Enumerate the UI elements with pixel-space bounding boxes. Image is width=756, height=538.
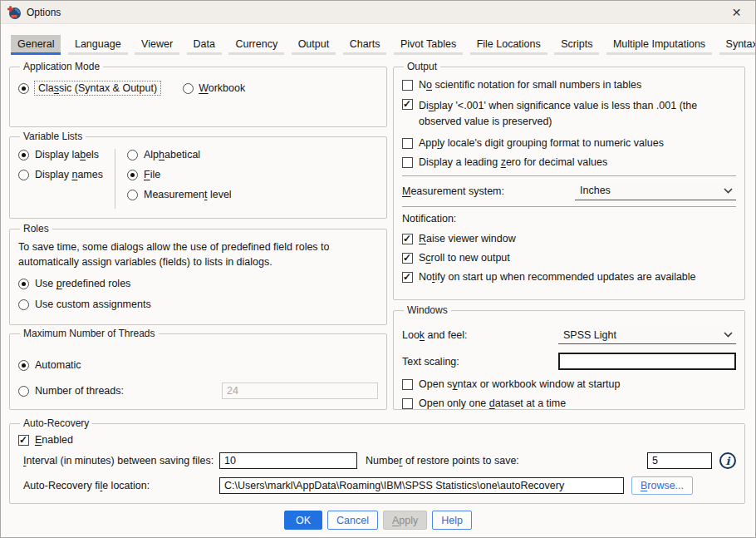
look-and-feel-label: Look and feel: (402, 329, 558, 341)
radio-classic-syntax-output[interactable]: Classic (Syntax & Output) (18, 81, 161, 96)
close-icon[interactable]: ✕ (718, 1, 755, 24)
display-labels-label: Display labels (35, 149, 99, 160)
radio-display-names[interactable]: Display names (18, 169, 115, 180)
measurement-level-label: Measurement level (144, 189, 232, 200)
use-predefined-roles-label: Use predefined roles (35, 278, 130, 289)
radio-workbook[interactable]: Workbook (183, 82, 245, 94)
checkbox-leading-zero[interactable]: Display a leading zero for decimal value… (402, 156, 736, 168)
output-legend: Output (404, 61, 440, 72)
ok-button[interactable]: OK (284, 511, 322, 530)
radio-icon[interactable] (18, 279, 29, 289)
tab-viewer[interactable]: Viewer (135, 35, 179, 55)
radio-number-of-threads[interactable]: Number of threads: (18, 385, 124, 397)
checkbox-open-one-dataset[interactable]: Open only one dataset at a time (402, 397, 736, 409)
variable-lists-legend: Variable Lists (20, 131, 86, 142)
tab-file-locations[interactable]: File Locations (470, 35, 547, 55)
raise-viewer-window-label: Raise viewer window (419, 233, 516, 244)
checkbox-scroll-to-new-output[interactable]: Scroll to new output (402, 252, 736, 264)
roles-group: Roles To save time, some dialogs allow t… (9, 223, 387, 325)
checkbox-icon[interactable] (402, 157, 413, 168)
info-icon[interactable]: i (719, 452, 736, 469)
measurement-system-label: Measurement system: (402, 185, 575, 197)
checkbox-raise-viewer-window[interactable]: Raise viewer window (402, 233, 736, 244)
alphabetical-label: Alphabetical (144, 149, 200, 160)
interval-label: Interval (in minutes) between saving fil… (18, 455, 219, 466)
radio-icon[interactable] (127, 190, 138, 200)
tab-general[interactable]: General (11, 35, 61, 55)
tab-charts[interactable]: Charts (343, 35, 387, 55)
chevron-down-icon (724, 188, 733, 194)
restore-points-input[interactable] (647, 452, 712, 469)
separator (402, 206, 736, 207)
title-bar: Options ✕ (1, 1, 755, 24)
tab-scripts[interactable]: Scripts (554, 35, 599, 55)
radio-icon[interactable] (127, 170, 138, 180)
radio-measurement-level[interactable]: Measurement level (127, 189, 378, 200)
checkbox-icon[interactable] (402, 99, 413, 110)
radio-classic-label: Classic (Syntax & Output) (34, 81, 161, 96)
no-scientific-notation-label: No scientific notation for small numbers… (419, 79, 641, 91)
checkbox-digit-grouping[interactable]: Apply locale's digit grouping format to … (402, 137, 736, 149)
radio-file[interactable]: File (127, 169, 378, 180)
cancel-button[interactable]: Cancel (327, 511, 378, 530)
checkbox-icon[interactable] (402, 80, 413, 91)
radio-use-custom-assignments[interactable]: Use custom assignments (18, 299, 378, 310)
radio-icon[interactable] (127, 150, 138, 160)
file-location-input[interactable] (219, 477, 624, 494)
chevron-down-icon (724, 332, 733, 338)
checkbox-notify-updates[interactable]: Notify on start up when recommended upda… (402, 271, 736, 283)
radio-icon[interactable] (18, 170, 29, 180)
interval-input[interactable] (219, 452, 357, 469)
checkbox-icon[interactable] (402, 234, 413, 244)
checkbox-enabled[interactable]: Enabled (18, 434, 736, 446)
checkbox-icon[interactable] (402, 272, 413, 283)
browse-button[interactable]: Browse... (631, 476, 693, 495)
tab-output[interactable]: Output (292, 35, 336, 55)
checkbox-icon[interactable] (18, 435, 29, 446)
checkbox-icon[interactable] (402, 138, 413, 149)
tab-language[interactable]: Language (68, 35, 128, 55)
apply-button[interactable]: Apply (383, 511, 427, 530)
radio-use-predefined-roles[interactable]: Use predefined roles (18, 278, 378, 289)
checkbox-icon[interactable] (402, 379, 413, 390)
text-scaling-input[interactable] (558, 353, 736, 370)
radio-alphabetical[interactable]: Alphabetical (127, 149, 378, 160)
measurement-system-dropdown[interactable]: Inches (575, 182, 736, 200)
radio-icon[interactable] (183, 83, 194, 94)
windows-legend: Windows (404, 304, 451, 316)
max-threads-legend: Maximum Number of Threads (20, 328, 159, 339)
measurement-system-value: Inches (580, 185, 611, 196)
radio-display-labels[interactable]: Display labels (18, 149, 115, 160)
radio-icon[interactable] (18, 83, 29, 94)
number-of-threads-label: Number of threads: (35, 385, 124, 397)
radio-icon[interactable] (18, 360, 29, 371)
tab-pivot-tables[interactable]: Pivot Tables (394, 35, 463, 55)
leading-zero-label: Display a leading zero for decimal value… (419, 156, 607, 168)
number-of-threads-input[interactable] (222, 383, 378, 399)
checkbox-icon[interactable] (402, 398, 413, 409)
variable-lists-left-column: Display labels Display names (18, 149, 115, 209)
tab-multiple-imputations[interactable]: Multiple Imputations (606, 35, 712, 55)
radio-icon[interactable] (18, 150, 29, 160)
output-group: Output No scientific notation for small … (393, 61, 745, 300)
checkbox-icon[interactable] (402, 253, 413, 264)
max-threads-group: Maximum Number of Threads Automatic Numb… (9, 328, 387, 410)
help-button[interactable]: Help (432, 511, 472, 530)
radio-automatic[interactable]: Automatic (18, 359, 378, 371)
tab-data[interactable]: Data (187, 35, 222, 55)
tab-currency[interactable]: Currency (228, 35, 284, 55)
enabled-label: Enabled (35, 434, 73, 446)
tab-syntax-editor[interactable]: Syntax Editor (719, 35, 756, 55)
variable-lists-right-column: Alphabetical File Measurement level (115, 149, 378, 209)
options-dialog: Options ✕ General Language Viewer Data C… (0, 0, 756, 538)
checkbox-no-scientific-notation[interactable]: No scientific notation for small numbers… (402, 79, 736, 91)
look-and-feel-dropdown[interactable]: SPSS Light (558, 326, 736, 344)
notify-updates-label: Notify on start up when recommended upda… (419, 271, 696, 283)
open-syntax-window-label: Open syntax or workbook window at startu… (419, 378, 621, 390)
radio-icon[interactable] (18, 299, 29, 310)
checkbox-open-syntax-window[interactable]: Open syntax or workbook window at startu… (402, 378, 736, 390)
checkbox-display-001[interactable]: Display '<.001' when significance value … (402, 98, 736, 130)
roles-legend: Roles (20, 223, 52, 234)
radio-icon[interactable] (18, 386, 29, 397)
use-custom-assignments-label: Use custom assignments (35, 299, 151, 310)
